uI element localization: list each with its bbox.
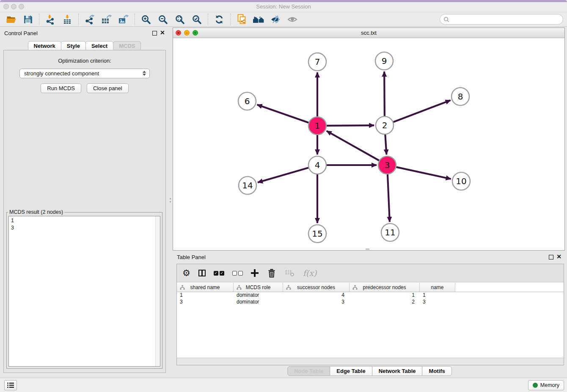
panel-divider-grip[interactable]: [170, 198, 171, 199]
show-graphics-button[interactable]: [284, 13, 301, 26]
edge-4-14[interactable]: [258, 168, 308, 182]
cell-predecessor-nodes[interactable]: 1: [350, 292, 420, 299]
open-session-button[interactable]: [3, 13, 19, 26]
deselect-all-columns-icon[interactable]: [232, 271, 243, 276]
eye-slash-icon: [270, 14, 281, 25]
refresh-icon: [214, 14, 224, 25]
table-horizontal-scrollbar[interactable]: [177, 358, 564, 365]
mcds-panel: Optimization criterion: strongly connect…: [3, 50, 166, 373]
export-image-icon: [118, 14, 129, 25]
tab-mcds[interactable]: MCDS: [113, 41, 141, 50]
zoom-in-button[interactable]: [138, 13, 154, 26]
node-label-6: 6: [245, 96, 250, 106]
canvas-resize-grip[interactable]: [366, 248, 369, 250]
tab-edge-table[interactable]: Edge Table: [330, 366, 372, 376]
edge-3-1[interactable]: [327, 131, 379, 160]
apply-function-icon: f(x): [303, 268, 317, 278]
table-panel: Table Panel ✕ ⚙ ✓✓ f(x) shared nameMCD: [173, 252, 567, 378]
tab-network-table[interactable]: Network Table: [372, 366, 423, 376]
tab-style[interactable]: Style: [61, 41, 86, 50]
zoom-out-button[interactable]: [154, 13, 171, 26]
edge-2-9[interactable]: [384, 72, 385, 116]
export-network-button[interactable]: [81, 13, 98, 26]
run-mcds-button[interactable]: Run MCDS: [41, 83, 81, 93]
table-row[interactable]: 3dominator323: [177, 299, 564, 306]
table-row[interactable]: 1dominator411: [177, 292, 564, 299]
zoom-selected-icon: [192, 14, 202, 25]
edge-2-3[interactable]: [385, 135, 386, 155]
table-options-gear-icon[interactable]: ⚙: [182, 269, 190, 277]
edge-1-2[interactable]: [327, 125, 374, 126]
column-header-shared-name[interactable]: shared name: [177, 283, 234, 292]
control-panel-close-button[interactable]: ✕: [160, 30, 165, 35]
panel-divider-grip[interactable]: [170, 201, 171, 202]
cell-shared-name[interactable]: 1: [177, 292, 234, 299]
node-label-8: 8: [458, 91, 463, 102]
hide-graphics-button[interactable]: [267, 13, 284, 26]
optimization-criterion-label: Optimization criterion:: [4, 58, 165, 64]
node-label-14: 14: [242, 180, 253, 190]
cell-MCDS-role[interactable]: dominator: [234, 292, 283, 299]
node-table-container: ⚙ ✓✓ f(x) shared nameMCDS rolesuccessor …: [176, 264, 564, 365]
tab-network[interactable]: Network: [28, 41, 61, 50]
memory-button[interactable]: Memory: [528, 380, 564, 390]
import-table-button[interactable]: [59, 13, 76, 26]
cell-successor-nodes[interactable]: 3: [283, 299, 350, 306]
tab-node-table[interactable]: Node Table: [287, 366, 330, 376]
table-panel-close-button[interactable]: ✕: [556, 254, 561, 259]
clone-network-button[interactable]: [233, 13, 250, 26]
cell-MCDS-role[interactable]: dominator: [234, 299, 283, 306]
control-panel-float-button[interactable]: [152, 31, 157, 36]
save-floppy-icon: [23, 14, 33, 25]
cell-successor-nodes[interactable]: 4: [283, 292, 350, 299]
toolbar-separator: [39, 14, 39, 25]
apply-layout-button[interactable]: [250, 13, 267, 26]
search-input[interactable]: [449, 15, 563, 24]
edge-3-11[interactable]: [388, 174, 390, 222]
node-label-10: 10: [456, 176, 466, 186]
export-table-button[interactable]: [98, 13, 115, 26]
edge-1-6[interactable]: [257, 105, 309, 122]
column-header-MCDS-role[interactable]: MCDS role: [234, 283, 283, 292]
export-table-icon: [101, 14, 112, 25]
export-image-button[interactable]: [115, 13, 132, 26]
column-header-successor-nodes[interactable]: successor nodes: [283, 283, 350, 292]
cell-predecessor-nodes[interactable]: 2: [350, 299, 420, 306]
optimization-criterion-select[interactable]: strongly connected component: [19, 69, 150, 78]
delete-column-trash-icon[interactable]: [267, 268, 277, 278]
edge-2-8[interactable]: [394, 100, 451, 122]
close-panel-button[interactable]: Close panel: [87, 83, 129, 93]
task-history-button[interactable]: [4, 380, 17, 390]
save-session-button[interactable]: [19, 13, 36, 26]
column-header-filler: [455, 283, 564, 292]
cell-name[interactable]: 3: [420, 299, 455, 306]
tab-motifs[interactable]: Motifs: [422, 366, 452, 376]
zoom-fit-button[interactable]: [171, 13, 188, 26]
column-header-predecessor-nodes[interactable]: predecessor nodes: [350, 283, 420, 292]
column-header-name[interactable]: name: [420, 283, 455, 292]
select-all-columns-icon[interactable]: ✓✓: [214, 271, 224, 276]
node-label-7: 7: [315, 57, 320, 67]
refresh-view-button[interactable]: [211, 13, 228, 26]
add-column-icon[interactable]: [251, 269, 259, 277]
result-scrollbar[interactable]: [155, 216, 160, 366]
mcds-result-textarea[interactable]: 13: [8, 216, 160, 367]
table-panel-float-button[interactable]: [549, 255, 553, 259]
status-bar: Memory: [0, 378, 567, 392]
network-view-window: ✕ − + scc.txt 7968124314101511: [173, 28, 565, 251]
zoom-selected-button[interactable]: [188, 13, 205, 26]
import-network-button[interactable]: [42, 13, 59, 26]
optimization-criterion-value: strongly connected component: [24, 70, 99, 77]
network-canvas[interactable]: 7968124314101511: [173, 38, 564, 250]
network-window-titlebar[interactable]: ✕ − + scc.txt: [173, 28, 564, 38]
node-label-15: 15: [312, 229, 322, 239]
cell-name[interactable]: 1: [420, 292, 455, 299]
show-columns-icon[interactable]: [198, 270, 206, 276]
table-rows: 1dominator4113dominator323: [177, 292, 564, 306]
edge-3-10[interactable]: [396, 167, 451, 179]
node-label-3: 3: [385, 160, 390, 170]
toolbar-separator: [78, 14, 79, 25]
table-panel-tabs: Node TableEdge TableNetwork TableMotifs: [288, 366, 452, 376]
cell-shared-name[interactable]: 3: [177, 299, 234, 306]
tab-select[interactable]: Select: [85, 41, 113, 50]
